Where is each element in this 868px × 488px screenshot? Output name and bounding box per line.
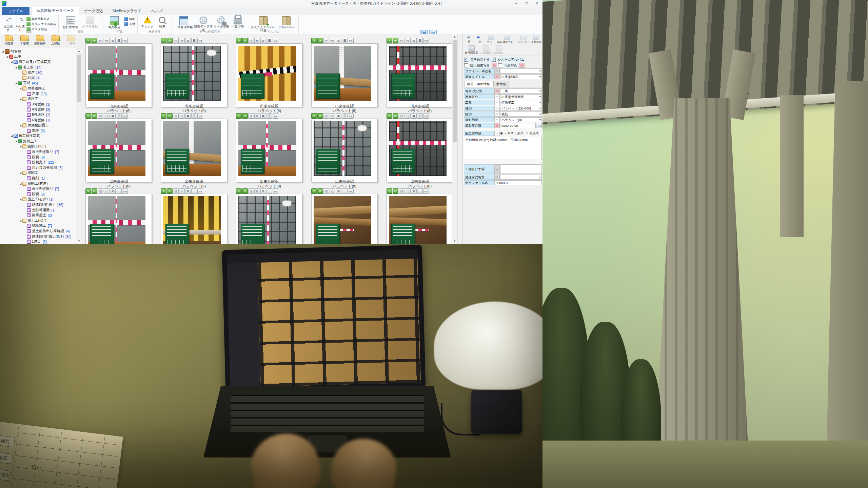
tree-toolbar-button[interactable]: 上移動 <box>48 35 63 49</box>
tree-item[interactable]: 細 6号坂路 [7] <box>0 118 76 123</box>
detail-list-icon[interactable] <box>116 38 122 43</box>
field-value[interactable]: パラペット(8) <box>500 117 542 122</box>
photo-thumbnail[interactable] <box>236 194 302 244</box>
svg-icon[interactable] <box>423 188 429 194</box>
rotate-photo-icon[interactable] <box>393 113 398 119</box>
tree-item[interactable]: 細 路体(築堤)盛土 [16] <box>0 202 76 207</box>
rotate-photo-icon[interactable] <box>167 38 173 43</box>
search-button[interactable]: 検索 <box>155 16 170 28</box>
rationale-icon[interactable] <box>323 113 329 119</box>
rotate-photo-icon[interactable] <box>242 113 248 119</box>
tree-item[interactable]: 細 5号坂路 [2] <box>0 112 76 118</box>
tree-item[interactable]: 細 路体(築堤)盛土(ICT) [30] <box>0 234 76 239</box>
tree-item[interactable]: ◢ 大 工事 <box>0 54 76 60</box>
photo-thumbnail[interactable] <box>387 119 453 182</box>
representative-icon[interactable] <box>330 113 335 119</box>
edit-photo-icon[interactable] <box>85 113 91 119</box>
compare-icon[interactable] <box>336 38 341 43</box>
scroll-up-arrow[interactable]: ▲ <box>452 34 457 39</box>
tree-item[interactable]: 細 盛土前巻出し厚確認 [4] <box>0 228 76 234</box>
detail-list-icon[interactable] <box>417 188 423 194</box>
calendar-button[interactable]: 15 <box>536 123 542 128</box>
tree-item[interactable]: 細 段切 [6] <box>0 155 76 160</box>
photo-thumbnail[interactable] <box>161 43 227 107</box>
photo-thumbnail[interactable] <box>161 194 227 244</box>
photo-card[interactable]: 出来形確認 パラペット(6) <box>161 113 227 188</box>
representative-icon[interactable] <box>405 38 411 43</box>
photo-thumbnail[interactable] <box>85 194 152 244</box>
tree-item[interactable]: 細 3号坂路 [1] <box>0 102 76 107</box>
photo-import-button[interactable]: 写真取込 <box>104 16 124 29</box>
svg-icon[interactable] <box>348 188 354 194</box>
detail-list-icon[interactable] <box>116 113 122 119</box>
deliver-checkbox[interactable] <box>464 58 468 62</box>
submit-data-button[interactable]: 提出データ作成 <box>194 16 213 32</box>
svg-icon[interactable] <box>273 38 278 43</box>
scroll-down-arrow[interactable]: ▼ <box>452 239 457 244</box>
compare-icon[interactable] <box>185 188 191 194</box>
detail-list-icon[interactable] <box>191 113 197 119</box>
photo-card[interactable] <box>236 188 302 244</box>
expand-arrow-icon[interactable]: ◢ <box>19 219 22 222</box>
svg-icon[interactable] <box>423 113 429 119</box>
photo-thumbnail[interactable] <box>85 43 152 107</box>
edit-photo-icon[interactable] <box>311 113 317 119</box>
svg-icon[interactable] <box>197 188 203 194</box>
edit-photo-icon[interactable] <box>311 188 317 194</box>
photo-card[interactable]: 出来形確認 パラペット(8) <box>387 38 453 113</box>
field-value[interactable]: 鉄筋 <box>500 111 542 117</box>
representative-icon[interactable] <box>405 188 411 194</box>
detail-list-icon[interactable] <box>116 188 122 194</box>
svg-icon[interactable] <box>273 188 278 194</box>
photo-card[interactable] <box>161 188 227 244</box>
detail-list-icon[interactable] <box>417 113 423 119</box>
field-value[interactable]: 出来形管理写真 <box>500 94 542 99</box>
photo-card[interactable]: 出来形確認 パラペット(8) <box>236 38 302 113</box>
detail-list-icon[interactable] <box>191 188 197 194</box>
representative-photo-checkbox[interactable] <box>498 63 502 67</box>
photo-edit-button[interactable]: 編集 <box>124 17 135 21</box>
tree-item[interactable]: 細 表土剥ぎ取り [7] <box>0 149 76 155</box>
rationale-icon[interactable] <box>248 188 254 194</box>
panel-toolbar-button[interactable]: 入力履歴 <box>530 35 542 44</box>
panel-toolbar-button[interactable]: コピー <box>486 35 496 44</box>
svg-icon[interactable] <box>197 113 203 119</box>
panel-toolbar-button[interactable]: 項目選択コピー <box>497 35 517 44</box>
detail-list-icon[interactable] <box>417 38 423 43</box>
expand-arrow-icon[interactable]: ◢ <box>19 87 22 90</box>
expand-arrow-icon[interactable]: ◢ <box>1 50 4 53</box>
representative-icon[interactable] <box>104 38 110 43</box>
label-print-button[interactable]: ラベル印刷 <box>213 16 230 28</box>
tree-toolbar-button[interactable]: 下移動 <box>64 35 79 49</box>
svg-icon[interactable] <box>423 38 429 43</box>
tree-item[interactable]: ◢ 区 着手前及び完成写真 <box>0 59 76 65</box>
svg-icon[interactable] <box>348 113 354 119</box>
expand-arrow-icon[interactable]: ◢ <box>15 66 18 69</box>
rotate-photo-icon[interactable] <box>393 188 398 194</box>
detail-list-icon[interactable] <box>342 113 348 119</box>
rationale-icon[interactable] <box>173 113 179 119</box>
panel-toolbar-button[interactable]: 貼り付け <box>517 35 530 44</box>
photo-card[interactable] <box>311 188 378 244</box>
scroll-thumb[interactable] <box>453 40 457 142</box>
tree-item[interactable]: ◢ 区 施工状況写真 <box>0 134 76 139</box>
ribbon-tab[interactable]: ヘルプ <box>146 7 167 15</box>
detail-list-icon[interactable] <box>342 188 348 194</box>
tree-toolbar-button[interactable]: 下階層 <box>17 35 32 49</box>
tree-item[interactable]: 細 川近接部分試掘 [5] <box>0 165 76 170</box>
edit-photo-icon[interactable] <box>236 38 242 43</box>
compare-icon[interactable] <box>260 38 266 43</box>
panel-toolbar-button[interactable]: 注釈編集 <box>480 45 492 55</box>
frequency-photo-checkbox[interactable] <box>464 63 468 67</box>
compare-icon[interactable] <box>110 38 116 43</box>
tree-item[interactable]: 細 1層目 [6] <box>0 239 76 244</box>
tree-item[interactable]: ◢ 種 付帯道路工 <box>0 86 76 91</box>
expand-arrow-icon[interactable]: ◢ <box>6 55 9 58</box>
photo-card[interactable]: 出来形確認 パラペット(8) <box>85 113 152 188</box>
edit-photo-icon[interactable] <box>387 188 392 194</box>
tree-item[interactable]: 細 左岸 [19] <box>0 91 76 97</box>
tree-item[interactable]: ◢ 種 掘削工 <box>0 170 76 176</box>
representative-icon[interactable] <box>254 188 260 194</box>
svg-icon[interactable] <box>122 188 128 194</box>
rotate-photo-icon[interactable] <box>167 113 173 119</box>
